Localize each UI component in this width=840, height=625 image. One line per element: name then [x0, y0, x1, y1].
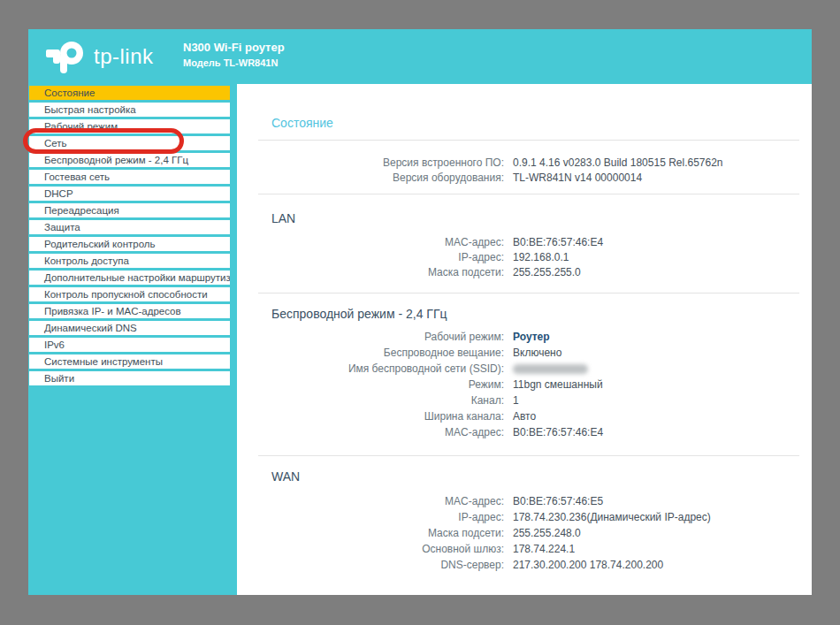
sidebar-item-parental-control[interactable]: Родительский контроль [29, 237, 230, 251]
row-value: 255.255.248.0 [513, 527, 581, 539]
router-admin-page: tp-link N300 Wi-Fi роутер Модель TL-WR84… [28, 29, 812, 595]
row-label: MAC-адрес: [237, 426, 504, 438]
row-label: Маска подсети: [237, 266, 504, 278]
sidebar-item-network[interactable]: Сеть [29, 136, 230, 150]
row-value: B0:BE:76:57:46:E4 [513, 426, 603, 438]
device-title: N300 Wi-Fi роутер [183, 41, 285, 54]
lan-subnet-row: Маска подсети: 255.255.255.0 [237, 264, 812, 279]
lan-section: MAC-адрес: B0:BE:76:57:46:E4 IP-адрес: 1… [237, 234, 812, 279]
row-value: 255.255.255.0 [513, 266, 581, 278]
section-title-wan: WAN [271, 469, 812, 484]
wireless-mac-row: MAC-адрес: B0:BE:76:57:46:E4 [237, 424, 812, 440]
header-bar: tp-link N300 Wi-Fi роутер Модель TL-WR84… [28, 29, 812, 84]
divider [258, 194, 799, 194]
sidebar-item-security[interactable]: Защита [29, 220, 230, 234]
sidebar-item-system-tools[interactable]: Системные инструменты [29, 354, 230, 369]
ssid-redacted-blur [513, 364, 588, 374]
sidebar-item-access-control[interactable]: Контроль доступа [29, 254, 230, 268]
sidebar-item-wireless-24ghz[interactable]: Беспроводной режим - 2,4 ГГц [29, 153, 230, 167]
version-section: Версия встроенного ПО: 0.9.1 4.16 v0283.… [237, 155, 812, 185]
sidebar-menu: Состояние Быстрая настройка Рабочий режи… [28, 84, 237, 595]
wan-subnet-row: Маска подсети: 255.255.248.0 [237, 525, 812, 541]
row-label: DNS-сервер: [237, 559, 504, 571]
row-label: Беспроводное вещание: [237, 347, 504, 359]
hardware-version-row: Версия оборудования: TL-WR841N v14 00000… [237, 170, 812, 185]
wan-gateway-row: Основной шлюз: 178.74.224.1 [237, 541, 812, 557]
row-label: IP-адрес: [237, 511, 504, 523]
sidebar-item-forwarding[interactable]: Переадресация [29, 203, 230, 217]
section-title-wireless: Беспроводной режим - 2,4 ГГц [271, 307, 812, 321]
row-label: Основной шлюз: [237, 543, 504, 555]
row-label: Версия встроенного ПО: [237, 156, 504, 169]
wireless-protocol-row: Режим: 11bgn смешанный [237, 377, 812, 393]
wireless-mode-row: Рабочий режим: Роутер [237, 329, 812, 345]
sidebar-item-advanced-routing[interactable]: Дополнительные настройки маршрутизации [29, 271, 230, 285]
sidebar-item-quick-setup[interactable]: Быстрая настройка [29, 103, 230, 117]
divider [258, 455, 799, 456]
row-value: B0:BE:76:57:46:E4 [513, 236, 603, 248]
row-value: Авто [513, 410, 536, 423]
row-value: 11bgn смешанный [513, 378, 603, 391]
sidebar-item-bandwidth-control[interactable]: Контроль пропускной способности [29, 287, 230, 301]
row-label: Маска подсети: [237, 527, 504, 539]
router-admin-screenshot: { "colors": { "teal": "#47c9d5", "active… [0, 0, 840, 625]
row-label: Рабочий режим: [237, 331, 504, 343]
wireless-ssid-row: Имя беспроводной сети (SSID): [237, 361, 812, 377]
tp-link-logo-text: tp-link [94, 44, 154, 69]
wan-section: MAC-адрес: B0:BE:76:57:46:E5 IP-адрес: 1… [237, 493, 812, 573]
row-label: Ширина канала: [237, 410, 504, 423]
page-title: Состояние [271, 84, 812, 130]
status-content: Состояние Версия встроенного ПО: 0.9.1 4… [237, 84, 812, 595]
sidebar-item-dhcp[interactable]: DHCP [29, 187, 230, 201]
device-titles: N300 Wi-Fi роутер Модель TL-WR841N [183, 41, 285, 68]
sidebar-item-dynamic-dns[interactable]: Динамический DNS [29, 321, 230, 335]
wan-mac-row: MAC-адрес: B0:BE:76:57:46:E5 [237, 493, 812, 509]
lan-mac-row: MAC-адрес: B0:BE:76:57:46:E4 [237, 234, 812, 249]
sidebar-item-ip-mac-binding[interactable]: Привязка IP- и MAC-адресов [29, 304, 230, 318]
row-value: 192.168.0.1 [513, 251, 569, 263]
row-value: TL-WR841N v14 00000014 [513, 171, 642, 184]
wan-dns-row: DNS-сервер: 217.30.200.200 178.74.200.20… [237, 557, 812, 573]
sidebar-item-guest-network[interactable]: Гостевая сеть [29, 170, 230, 184]
row-label: Режим: [237, 378, 504, 391]
device-model: Модель TL-WR841N [183, 57, 285, 68]
sidebar-item-ipv6[interactable]: IPv6 [29, 338, 230, 352]
row-value: Включено [513, 347, 561, 359]
row-value: 178.74.230.236(Динамический IP-адрес) [513, 511, 711, 523]
sidebar-item-logout[interactable]: Выйти [29, 371, 230, 385]
row-value: 178.74.224.1 [513, 543, 575, 555]
row-value: 1 [513, 394, 519, 407]
firmware-version-row: Версия встроенного ПО: 0.9.1 4.16 v0283.… [237, 155, 812, 170]
divider [258, 140, 799, 141]
wireless-channel-width-row: Ширина канала: Авто [237, 408, 812, 424]
row-label: Имя беспроводной сети (SSID): [237, 362, 504, 375]
wireless-section: Рабочий режим: Роутер Беспроводное вещан… [237, 329, 812, 440]
wireless-radio-row: Беспроводное вещание: Включено [237, 345, 812, 361]
sidebar-item-operation-mode[interactable]: Рабочий режим [29, 119, 230, 133]
wireless-channel-row: Канал: 1 [237, 393, 812, 408]
lan-ip-row: IP-адрес: 192.168.0.1 [237, 249, 812, 264]
row-label: Версия оборудования: [237, 171, 504, 184]
row-label: MAC-адрес: [237, 495, 504, 507]
tp-link-logo: tp-link [46, 39, 154, 74]
row-value: B0:BE:76:57:46:E5 [513, 495, 603, 507]
row-label: Канал: [237, 394, 504, 407]
row-value: 0.9.1 4.16 v0283.0 Build 180515 Rel.6576… [513, 156, 723, 169]
row-value: 217.30.200.200 178.74.200.200 [513, 559, 663, 571]
tp-link-logo-icon [46, 39, 88, 74]
divider [258, 293, 799, 293]
section-title-lan: LAN [271, 211, 812, 225]
row-label: MAC-адрес: [237, 236, 504, 248]
row-label: IP-адрес: [237, 251, 504, 263]
wan-ip-row: IP-адрес: 178.74.230.236(Динамический IP… [237, 509, 812, 525]
operation-mode-link[interactable]: Роутер [513, 331, 550, 343]
sidebar-item-status[interactable]: Состояние [29, 86, 230, 100]
